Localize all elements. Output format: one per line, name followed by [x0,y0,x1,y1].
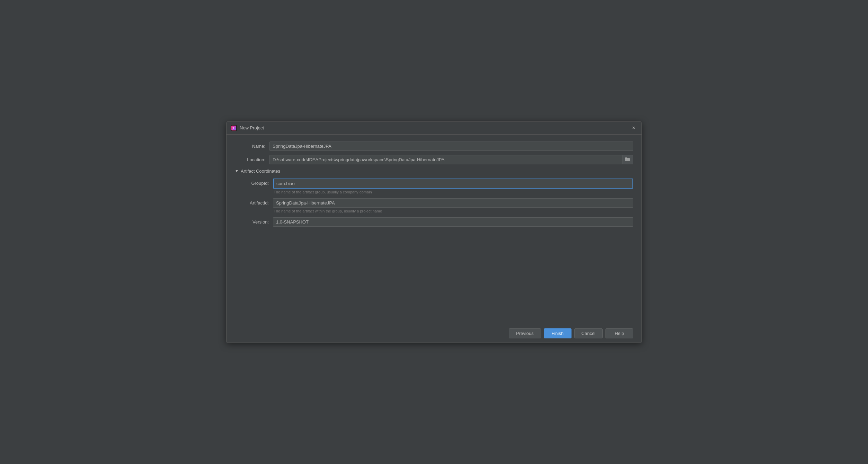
new-project-dialog: J New Project × Name: Location: [226,121,642,343]
version-row: Version: [235,217,633,227]
artifactid-field-container: The name of the artifact within the grou… [273,198,633,216]
folder-icon [625,157,630,161]
title-bar: J New Project × [227,122,641,135]
artifactid-input[interactable] [273,198,633,208]
groupid-row: GroupId: The name of the artifact group,… [235,179,633,197]
location-field-group [269,155,633,164]
location-label: Location: [235,157,269,162]
app-icon: J [231,125,237,131]
groupid-field-container: The name of the artifact group, usually … [273,179,633,197]
name-label: Name: [235,144,269,149]
help-button[interactable]: Help [605,328,633,338]
svg-rect-4 [625,158,630,161]
section-header: ▼ Artifact Coordinates [235,169,633,174]
groupid-hint: The name of the artifact group, usually … [273,190,633,194]
close-button[interactable]: × [630,125,637,131]
dialog-content: Name: Location: ▼ Artifact Coordinates [227,135,641,324]
dialog-footer: Previous Finish Cancel Help [227,324,641,343]
name-input[interactable] [269,142,633,151]
previous-button[interactable]: Previous [509,328,541,338]
location-input[interactable] [269,155,622,164]
svg-rect-5 [625,157,627,158]
artifactid-hint: The name of the artifact within the grou… [273,209,633,213]
location-row: Location: [235,155,633,164]
artifactid-label: ArtifactId: [235,198,273,206]
version-input[interactable] [273,217,633,227]
section-title: Artifact Coordinates [241,169,280,174]
dialog-title: New Project [240,125,630,130]
finish-button[interactable]: Finish [544,328,572,338]
artifactid-row: ArtifactId: The name of the artifact wit… [235,198,633,216]
section-divider [283,171,633,171]
groupid-label: GroupId: [235,179,273,186]
groupid-input[interactable] [273,179,633,189]
cancel-button[interactable]: Cancel [574,328,603,338]
version-field-container [273,217,633,227]
version-label: Version: [235,217,273,225]
artifact-section: ▼ Artifact Coordinates GroupId: The name… [235,169,633,227]
section-toggle-icon[interactable]: ▼ [235,169,239,173]
name-row: Name: [235,142,633,151]
browse-button[interactable] [622,155,633,164]
svg-text:J: J [232,127,234,130]
